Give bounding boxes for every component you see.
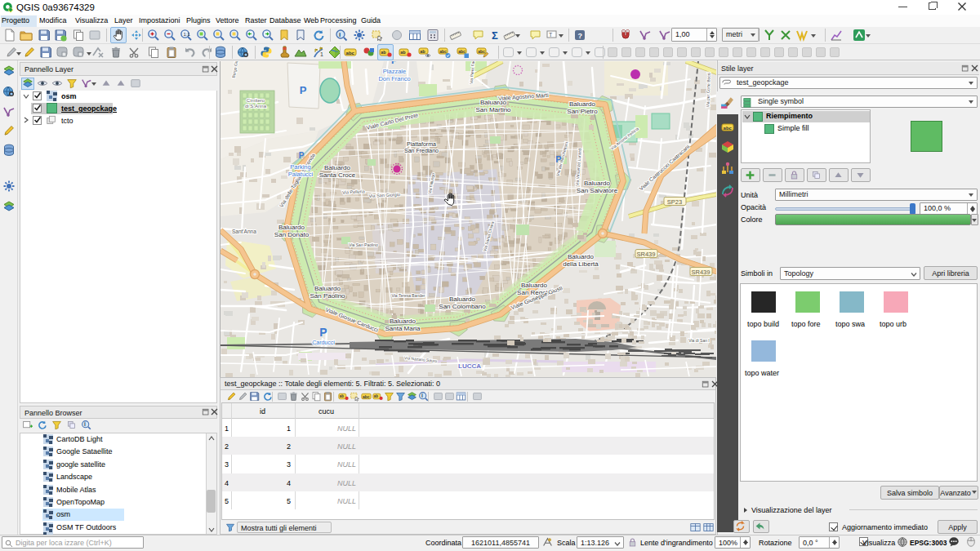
svg-text:Baluardo: Baluardo: [324, 164, 351, 171]
svg-text:1:1: 1:1: [184, 32, 191, 37]
svg-text:Baluardo: Baluardo: [314, 285, 341, 292]
svg-text:Sant'Anna: Sant'Anna: [232, 229, 256, 234]
svg-text:San Donato: San Donato: [274, 231, 310, 238]
svg-text:San Pietro: San Pietro: [567, 108, 598, 115]
svg-text:San Colombano: San Colombano: [439, 303, 486, 310]
svg-text:abc: abc: [478, 49, 485, 54]
svg-text:SR439: SR439: [692, 269, 710, 276]
svg-text:San Martino: San Martino: [475, 106, 511, 113]
svg-text:Palatucci: Palatucci: [288, 171, 314, 178]
svg-text:abc: abc: [363, 395, 370, 399]
svg-text:Baluardo: Baluardo: [390, 318, 416, 325]
svg-text:Baluardo: Baluardo: [568, 253, 595, 260]
svg-text:San Salvatore: San Salvatore: [577, 187, 618, 194]
svg-text:abc: abc: [439, 49, 447, 54]
svg-text:della Libertà: della Libertà: [563, 260, 599, 268]
svg-text:San Paolino: San Paolino: [310, 292, 345, 300]
svg-text:Via San Paolino: Via San Paolino: [349, 242, 378, 247]
svg-text:ab: ab: [374, 394, 378, 398]
svg-text:Piattaforma: Piattaforma: [407, 141, 436, 147]
svg-text:SP23: SP23: [667, 198, 682, 206]
svg-text:ab: ab: [340, 394, 344, 398]
svg-text:1: 1: [320, 51, 323, 57]
svg-text:abc: abc: [346, 51, 355, 56]
svg-text:P: P: [299, 151, 305, 160]
svg-text:Santa Maria: Santa Maria: [385, 325, 421, 332]
svg-text:ab: ab: [420, 49, 425, 54]
svg-text:i: i: [84, 421, 86, 427]
svg-text:Baluardo: Baluardo: [569, 100, 596, 108]
svg-text:San Frediano: San Frediano: [404, 148, 439, 153]
svg-text:Via di San I: Via di San I: [688, 338, 709, 343]
svg-text:ab: ab: [381, 50, 386, 55]
svg-text:P: P: [319, 326, 327, 339]
svg-text:P: P: [555, 154, 561, 164]
svg-text:di S.Anna: di S.Anna: [245, 104, 267, 109]
svg-text:i: i: [339, 31, 341, 38]
svg-text:Baluardo: Baluardo: [449, 295, 476, 303]
svg-text:?: ?: [578, 32, 583, 40]
svg-text:P: P: [300, 84, 307, 96]
svg-text:LUCCA: LUCCA: [458, 362, 481, 370]
svg-text:Baluardo: Baluardo: [584, 180, 611, 187]
svg-text:Via Teresa Bander: Via Teresa Bander: [392, 293, 425, 298]
svg-text:Carducci: Carducci: [312, 340, 335, 345]
svg-text:abc: abc: [458, 49, 466, 54]
svg-text:P: P: [391, 61, 398, 66]
svg-text:T: T: [549, 32, 553, 38]
svg-text:Baluardo: Baluardo: [278, 224, 305, 231]
svg-text:i: i: [421, 393, 423, 398]
svg-text:Cimitero: Cimitero: [247, 98, 265, 103]
svg-text:abc: abc: [724, 126, 733, 131]
svg-text:Don Franco: Don Franco: [378, 75, 410, 82]
svg-text:SR439: SR439: [637, 251, 656, 258]
svg-text:Baluardo: Baluardo: [521, 282, 548, 289]
svg-text:ab: ab: [400, 50, 406, 55]
svg-text:Σ: Σ: [492, 29, 498, 42]
svg-text:Santa Croce: Santa Croce: [319, 171, 356, 179]
